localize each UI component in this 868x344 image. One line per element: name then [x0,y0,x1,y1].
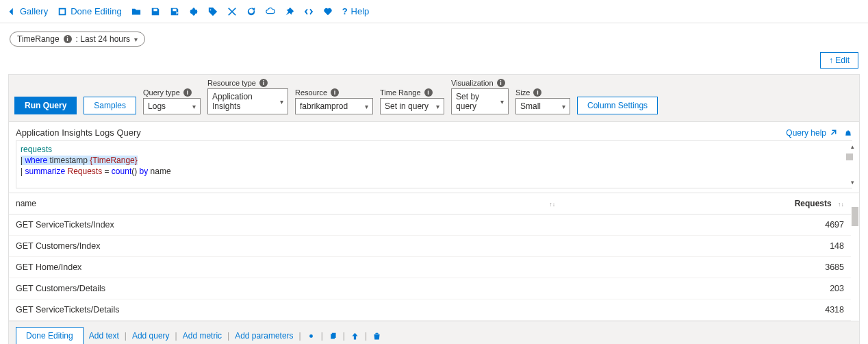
chevron-down-icon: ▾ [134,36,138,43]
table-row[interactable]: GET Customers/Index148 [9,236,851,257]
run-query-button[interactable]: Run Query [14,97,77,114]
settings-icon-button[interactable] [307,332,316,341]
cell-requests: 3685 [565,257,851,278]
query-help-link[interactable]: Query help [786,128,837,138]
scroll-thumb[interactable] [846,153,853,160]
column-header-spacer[interactable]: ↑↓ [538,193,565,214]
resource-select[interactable]: fabrikamprod▾ [295,98,373,114]
column-header-requests[interactable]: Requests ↑↓ [565,193,851,214]
gallery-button[interactable]: Gallery [7,6,48,16]
shopping-icon [844,129,852,137]
visualization-select[interactable]: Set by query▾ [451,88,509,114]
refresh-icon[interactable] [246,7,256,16]
sort-icon: ↑↓ [838,201,844,208]
section-footer: Done Editing Add text | Add query | Add … [9,321,859,344]
folder-icon[interactable] [131,7,141,16]
query-type-label: Query type [143,88,180,97]
resource-type-label: Resource type [207,79,256,87]
tag-icon[interactable] [208,7,218,16]
cell-name: GET Customers/Index [9,236,538,257]
cell-requests: 148 [565,236,851,257]
time-range-pill[interactable]: TimeRange i : Last 24 hours ▾ [10,32,145,47]
time-range-select[interactable]: Set in query▾ [380,98,444,114]
cell-name: GET ServiceTickets/Index [9,214,538,236]
chevron-down-icon: ▾ [280,98,283,106]
editor-token-param: {TimeRange} [90,156,138,165]
table-row[interactable]: GET Home/Index3685 [9,257,851,278]
scroll-thumb[interactable] [852,207,858,226]
results-table: name ↑↓ Requests ↑↓ GET ServiceTickets/I… [9,193,851,321]
resource-field: Resourcei fabrikamprod▾ [295,88,373,114]
samples-button[interactable]: Samples [84,97,136,114]
cell-requests: 4318 [565,299,851,321]
shopping-icon-button[interactable] [844,129,852,137]
delete-icon-button[interactable] [372,332,381,341]
resource-type-select[interactable]: Application Insights▾ [207,88,288,114]
column-settings-button[interactable]: Column Settings [577,97,658,114]
chevron-down-icon: ▾ [436,103,439,110]
editor-scrollbar[interactable]: ▴ ▾ [846,141,858,188]
resource-type-value: Application Insights [212,92,275,111]
results-area: name ↑↓ Requests ↑↓ GET ServiceTickets/I… [9,193,859,321]
query-panel: Run Query Samples Query typei Logs▾ Reso… [8,74,860,344]
table-row[interactable]: GET Customers/Details203 [9,278,851,299]
cell-spacer [538,257,565,278]
help-button[interactable]: ? Help [342,6,370,16]
done-editing-top-button[interactable]: Done Editing [58,6,121,16]
done-editing-label: Done Editing [71,6,121,16]
info-icon: i [497,79,505,87]
cell-spacer [538,299,565,321]
size-label: Size [515,88,530,97]
close-icon[interactable] [227,7,237,16]
done-editing-icon [58,7,67,16]
move-up-icon-button[interactable] [350,332,359,341]
info-icon: i [259,79,268,87]
table-row[interactable]: GET ServiceTickets/Index4697 [9,214,851,236]
editor-token-field: Requests [65,167,102,176]
help-label: Help [351,6,370,16]
add-text-link[interactable]: Add text [89,331,119,341]
size-value: Small [520,101,541,111]
done-editing-footer-button[interactable]: Done Editing [16,327,84,344]
results-scrollbar[interactable] [851,193,859,321]
pin-icon[interactable] [285,7,294,16]
editor-token-keyword: by [140,167,149,176]
visualization-field: Visualizationi Set by query▾ [451,79,509,114]
cell-name: GET ServiceTickets/Details [9,299,538,321]
gear-icon[interactable] [189,7,199,16]
cloud-icon[interactable] [266,7,275,16]
code-icon[interactable] [304,7,314,16]
save-as-icon[interactable] [170,7,179,16]
copy-icon-button[interactable] [329,332,337,341]
editor-token-text: name [148,167,170,176]
edit-row: ↑ Edit [0,49,868,74]
resource-value: fabrikamprod [300,101,348,111]
add-parameters-link[interactable]: Add parameters [235,331,293,341]
query-type-value: Logs [148,101,166,111]
chevron-down-icon: ▾ [562,103,565,110]
size-select[interactable]: Small▾ [515,98,570,114]
sort-icon: ↑↓ [549,201,555,208]
edit-button[interactable]: ↑ Edit [820,52,858,69]
scroll-down-icon[interactable]: ▾ [851,177,854,188]
info-icon: i [331,88,339,97]
table-row[interactable]: GET ServiceTickets/Details4318 [9,299,851,321]
column-requests-label: Requests [795,199,832,208]
chevron-down-icon: ▾ [365,103,368,110]
scroll-up-icon[interactable]: ▴ [851,141,854,152]
add-query-link[interactable]: Add query [132,331,170,341]
resource-label: Resource [295,88,327,97]
column-header-name[interactable]: name [9,193,538,214]
save-icon[interactable] [151,7,160,16]
cell-name: GET Customers/Details [9,278,538,299]
visualization-value: Set by query [456,92,495,111]
query-help-label: Query help [786,128,826,138]
heart-icon[interactable] [323,7,333,16]
add-metric-link[interactable]: Add metric [183,331,222,341]
back-arrow-icon [7,7,16,16]
query-config-bar: Run Query Samples Query typei Logs▾ Reso… [9,75,859,122]
editor-token-text: timestamp [47,156,90,165]
time-range-label: Time Range [380,88,421,97]
query-type-select[interactable]: Logs▾ [143,98,201,114]
query-editor[interactable]: requests | where timestamp {TimeRange} |… [16,140,852,188]
